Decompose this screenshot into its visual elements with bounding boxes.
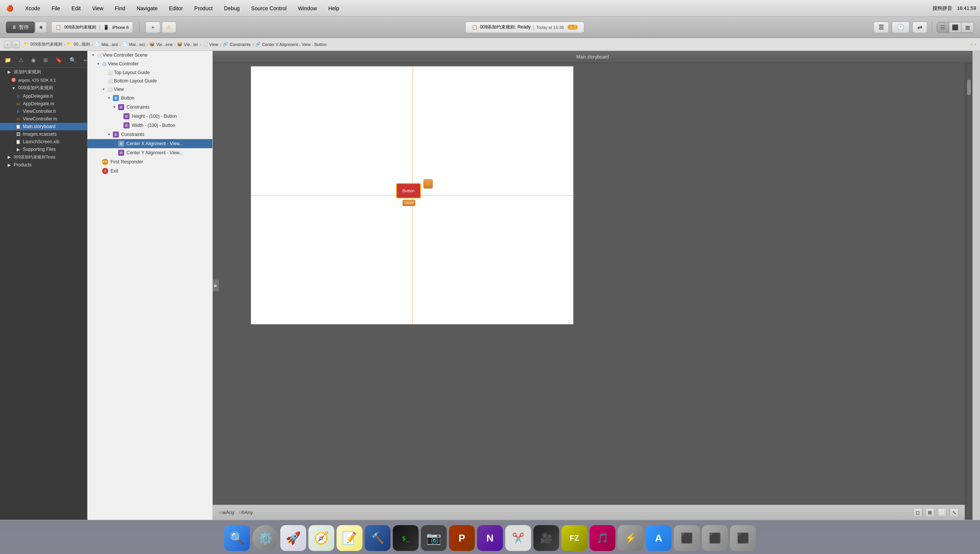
- nav-item-group1[interactable]: ▶ 添加约束规则: [0, 68, 87, 76]
- debug-menu[interactable]: Debug: [222, 5, 242, 12]
- breadcrumb-item-4[interactable]: 📄 Mai...se): [123, 42, 145, 47]
- canvas-fit-button[interactable]: ⊞: [925, 508, 934, 517]
- nav-item-viewcontroller-m[interactable]: m ViewController.m: [0, 115, 87, 123]
- input-method[interactable]: 搜狗拼音: [932, 5, 952, 12]
- nav-item-tests-group[interactable]: ▶ 009添加约束规则Tests: [0, 153, 87, 161]
- scene-disclosure[interactable]: ▼: [91, 53, 96, 58]
- dock-launchpad[interactable]: 🚀: [280, 525, 306, 551]
- pause-button[interactable]: ⏸ 暂停: [6, 22, 35, 33]
- canvas-zoom-in[interactable]: ⬜: [937, 508, 947, 517]
- breadcrumb-item-8[interactable]: 🔗 Constraints: [223, 42, 251, 47]
- view-disclosure[interactable]: ▼: [101, 87, 107, 92]
- outline-view-constraints[interactable]: ▼ ⊞ Constraints: [88, 130, 212, 139]
- outline-top-layout-guide[interactable]: ▶ ⬜ Top Layout Guide: [88, 68, 212, 77]
- editor-menu[interactable]: Editor: [167, 5, 185, 12]
- dock-appstore[interactable]: A: [646, 525, 671, 551]
- outline-center-y-constraint[interactable]: ▶ ⊞ Center Y Alignment - View...: [88, 148, 212, 157]
- dock-safari[interactable]: 🧭: [309, 525, 334, 551]
- canvas-fullscreen[interactable]: ⤡: [950, 508, 959, 517]
- outline-first-responder[interactable]: ▶ FR First Responder: [88, 157, 212, 166]
- navigate-menu[interactable]: Navigate: [134, 5, 160, 12]
- btn-constraints-disclosure[interactable]: ▼: [112, 105, 117, 110]
- find-menu[interactable]: Find: [113, 5, 127, 12]
- view-constraints-disclosure[interactable]: ▼: [107, 132, 112, 137]
- dock-onenote[interactable]: N: [477, 525, 503, 551]
- nav-forward-button[interactable]: ›: [12, 41, 20, 48]
- dock-system-preferences[interactable]: ⚙️: [252, 525, 278, 551]
- button-disclosure[interactable]: ▼: [107, 96, 112, 101]
- dock-notes[interactable]: 📝: [337, 525, 363, 551]
- source-control-menu[interactable]: Source Control: [249, 5, 289, 12]
- dock-misc4[interactable]: ⬛: [730, 525, 756, 551]
- navigator-toggle[interactable]: ☰: [937, 22, 949, 32]
- warning-nav-icon[interactable]: ⚠: [17, 56, 25, 64]
- debug-nav-icon[interactable]: ⊞: [42, 56, 49, 64]
- dock-instruments[interactable]: ⚡: [617, 525, 643, 551]
- breadcrumb-item-1[interactable]: 📁 009添加约束规则: [24, 41, 62, 47]
- apple-menu[interactable]: 🍎: [4, 4, 16, 13]
- dock-powerpoint[interactable]: P: [449, 525, 475, 551]
- breadcrumb-item-5[interactable]: 📦 Vie...ene: [149, 42, 172, 47]
- vc-disclosure[interactable]: ▼: [96, 61, 101, 67]
- product-menu[interactable]: Product: [192, 5, 215, 12]
- dock-video-capture[interactable]: 🎥: [533, 525, 559, 551]
- folder-icon[interactable]: 📁: [3, 56, 13, 64]
- size-constraint-handle[interactable]: ↔: [423, 179, 433, 188]
- nav-item-viewcontroller-h[interactable]: h ViewController.h: [0, 108, 87, 115]
- button-element[interactable]: Button: [396, 183, 421, 198]
- dock-finder[interactable]: 🔍: [224, 525, 250, 551]
- debug-toggle[interactable]: ⬛: [949, 22, 961, 32]
- outline-height-constraint[interactable]: ▶ ⊞ Height - (100) - Button: [88, 112, 212, 121]
- canvas-zoom-out[interactable]: ◻: [913, 508, 922, 517]
- add-button[interactable]: ＋: [145, 22, 160, 33]
- breadcrumb-item-7[interactable]: ⬜ View: [202, 42, 218, 47]
- nav-item-supporting-files[interactable]: ▶ Supporting Files: [0, 145, 87, 153]
- nav-item-project-group[interactable]: ▼ 009添加约束规则: [0, 84, 87, 92]
- breadcrumb-item-9[interactable]: 🔗 Center X Alignment - View - Button: [255, 42, 327, 47]
- outline-bottom-layout-guide[interactable]: ▶ ⬜ Bottom Layout Guide: [88, 77, 212, 85]
- inspector-toggle[interactable]: ▦: [961, 22, 974, 32]
- editor-standard-btn[interactable]: ☰: [873, 22, 889, 33]
- nav-item-launchscreen[interactable]: 📋 LaunchScreen.xib: [0, 138, 87, 145]
- dock-misc2[interactable]: ⬛: [674, 525, 700, 551]
- scrollbar-thumb[interactable]: [967, 80, 971, 95]
- outline-center-x-constraint[interactable]: ▶ ⊞ Center X Alignment - View...: [88, 139, 212, 148]
- nav-item-appdelegate-h[interactable]: h AppDelegate.h: [0, 92, 87, 100]
- outline-vc-item[interactable]: ▼ ⊙ View Controller: [88, 59, 212, 68]
- breadcrumb-right-arrow[interactable]: ›: [975, 42, 976, 47]
- canvas-vertical-scrollbar[interactable]: [965, 63, 972, 520]
- outline-view-item[interactable]: ▼ ⬜ View: [88, 85, 212, 94]
- nav-item-images[interactable]: 🖼 Images.xcassets: [0, 131, 87, 138]
- file-menu[interactable]: File: [49, 5, 63, 12]
- breadcrumb-item-3[interactable]: 📄 Mai...ard: [95, 42, 118, 47]
- xcode-menu[interactable]: Xcode: [23, 5, 43, 12]
- editor-history-btn[interactable]: 🕐: [892, 22, 909, 33]
- find-nav-icon[interactable]: 🔍: [68, 56, 78, 64]
- help-menu[interactable]: Help: [326, 5, 342, 12]
- warnings-button[interactable]: ⚠: [162, 22, 176, 33]
- edit-menu[interactable]: Edit: [69, 5, 83, 12]
- stop-button[interactable]: ■: [35, 22, 47, 33]
- dock-camera[interactable]: 📷: [421, 525, 447, 551]
- dock-misc3[interactable]: ⬛: [702, 525, 728, 551]
- test-nav-icon[interactable]: ◉: [30, 56, 37, 64]
- breadcrumb-item-6[interactable]: 📦 Vie...ler: [177, 42, 198, 47]
- nav-item-appdelegate-m[interactable]: m AppDelegate.m: [0, 100, 87, 108]
- view-menu[interactable]: View: [90, 5, 106, 12]
- outline-button-item[interactable]: ▼ B Button: [88, 94, 212, 103]
- dock-xcode[interactable]: 🔨: [365, 525, 390, 551]
- history-nav-icon[interactable]: ↩: [82, 56, 88, 64]
- dock-misc1[interactable]: ✂️: [505, 525, 531, 551]
- nav-back-button[interactable]: ‹: [4, 41, 11, 48]
- editor-assistant-btn[interactable]: ⇌: [912, 22, 927, 33]
- nav-item-targets[interactable]: 🎯 argets, iOS SDK 8.1: [0, 76, 87, 84]
- outline-width-constraint[interactable]: ▶ ⊞ Width - (100) - Button: [88, 121, 212, 130]
- collapse-outline-button[interactable]: ▶: [213, 280, 219, 291]
- dock-terminal[interactable]: $_: [393, 525, 418, 551]
- dock-music[interactable]: 🎵: [590, 525, 615, 551]
- window-menu[interactable]: Window: [296, 5, 319, 12]
- outline-exit[interactable]: ▶ X Exit: [88, 166, 212, 175]
- dock-filezilla[interactable]: FZ: [562, 525, 587, 551]
- outline-button-constraints[interactable]: ▼ ⊞ Constraints: [88, 103, 212, 112]
- bookmark-nav-icon[interactable]: 🔖: [54, 56, 64, 64]
